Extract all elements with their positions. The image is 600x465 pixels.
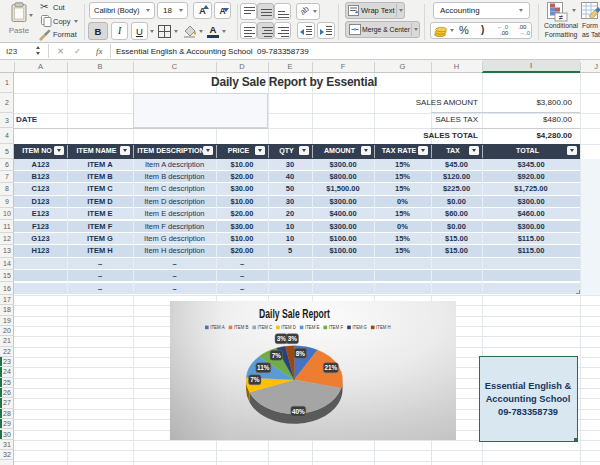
- svg-text:ITEM D: ITEM D: [281, 324, 296, 330]
- svg-text:Daily Sale Report: Daily Sale Report: [259, 306, 330, 320]
- svg-text:21%: 21%: [324, 364, 337, 371]
- svg-text:8%: 8%: [295, 349, 305, 356]
- svg-text:40%: 40%: [292, 407, 305, 414]
- svg-text:ITEM G: ITEM G: [352, 324, 367, 330]
- svg-text:ITEM C: ITEM C: [257, 324, 272, 330]
- svg-text:3%: 3%: [276, 335, 286, 342]
- svg-text:ITEM E: ITEM E: [305, 324, 320, 330]
- svg-text:11%: 11%: [257, 364, 270, 371]
- svg-text:≠: ≠: [559, 13, 564, 22]
- svg-text:ITEM A: ITEM A: [210, 324, 225, 330]
- svg-text:7%: 7%: [271, 351, 281, 358]
- svg-text:7%: 7%: [250, 376, 260, 383]
- svg-text:ITEM B: ITEM B: [234, 324, 249, 330]
- svg-text:ITEM H: ITEM H: [376, 324, 391, 330]
- svg-text:ITEM F: ITEM F: [328, 324, 343, 330]
- svg-text:3%: 3%: [287, 335, 297, 342]
